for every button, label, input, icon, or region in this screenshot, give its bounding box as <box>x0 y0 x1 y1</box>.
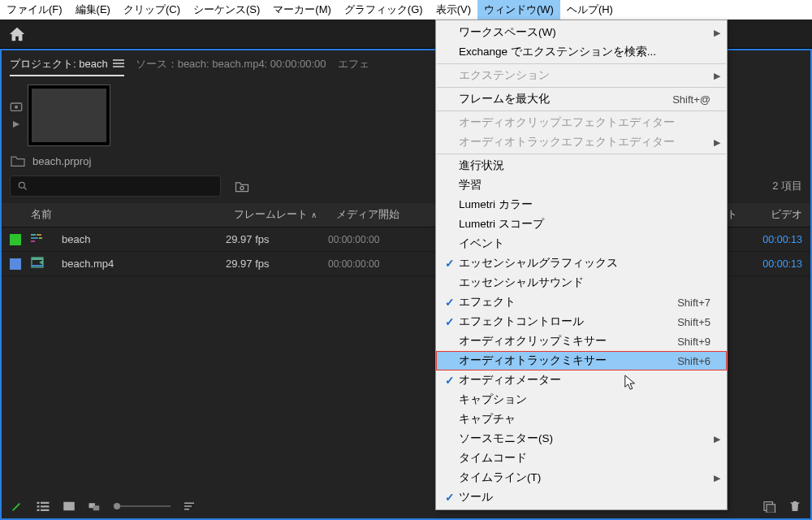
menu-clip[interactable]: クリップ(C) <box>117 0 187 20</box>
menu-item[interactable]: イベント <box>436 234 727 254</box>
menu-item-label: オーディオトラックエフェクトエディター <box>459 135 710 150</box>
item-media-start: 00:00:00:00 <box>328 258 422 270</box>
clip-icon <box>31 256 47 271</box>
menu-item[interactable]: エッセンシャルサウンド <box>436 273 727 292</box>
menu-edit[interactable]: 編集(E) <box>69 0 117 20</box>
menu-item[interactable]: Lumetri カラー <box>436 195 727 214</box>
menu-marker[interactable]: マーカー(M) <box>266 0 338 20</box>
menu-item-label: エフェクト <box>459 295 667 310</box>
pencil-icon[interactable] <box>10 500 24 513</box>
project-filename: beach.prproj <box>32 155 91 167</box>
tab-source[interactable]: ソース：beach: beach.mp4: 00:00:00:00 <box>136 57 326 76</box>
menu-item-label: Lumetri スコープ <box>459 217 710 232</box>
panel-menu-icon[interactable] <box>113 59 124 69</box>
item-name: beach.mp4 <box>62 258 226 270</box>
menu-item[interactable]: ✓エフェクトコントロールShift+5 <box>436 312 727 332</box>
menu-item[interactable]: フレームを最大化Shift+@ <box>436 89 727 109</box>
sequence-icon <box>31 232 47 247</box>
menu-item[interactable]: Lumetri スコープ <box>436 214 727 234</box>
menu-item-label: タイムコード <box>459 451 710 466</box>
svg-point-4 <box>240 186 244 189</box>
tab-effects[interactable]: エフェ <box>338 57 369 76</box>
menu-graphic[interactable]: グラフィック(G) <box>338 0 430 20</box>
menu-item: オーディオトラックエフェクトエディター▶ <box>436 132 727 152</box>
preview-thumbnail[interactable] <box>28 84 110 146</box>
menu-item[interactable]: ✓エフェクトShift+7 <box>436 292 727 312</box>
svg-rect-11 <box>32 258 43 260</box>
menu-item-label: エフェクトコントロール <box>459 314 667 329</box>
tab-project[interactable]: プロジェクト: beach <box>10 57 124 76</box>
submenu-arrow-icon: ▶ <box>714 473 720 483</box>
svg-rect-17 <box>37 509 40 511</box>
menu-item-label: オーディオメーター <box>459 373 710 388</box>
search-input[interactable] <box>10 176 221 197</box>
svg-point-2 <box>19 182 24 188</box>
svg-rect-7 <box>31 237 38 239</box>
window-dropdown: ワークスペース(W)▶Exchange でエクステンションを検索...エクステン… <box>435 20 728 510</box>
col-name[interactable]: 名前 <box>31 208 234 222</box>
play-icon[interactable] <box>10 119 23 130</box>
trash-icon[interactable] <box>788 500 802 513</box>
svg-rect-5 <box>31 234 36 236</box>
menu-separator <box>437 110 726 111</box>
poster-frame-icon[interactable] <box>10 101 23 112</box>
svg-rect-8 <box>39 237 42 239</box>
home-icon[interactable] <box>8 25 26 43</box>
freeform-view-icon[interactable] <box>88 500 102 513</box>
item-media-start: 00:00:00:00 <box>328 234 422 245</box>
sort-icon[interactable] <box>182 500 197 513</box>
new-item-icon[interactable] <box>762 500 776 513</box>
check-icon: ✓ <box>445 315 455 328</box>
list-view-icon[interactable] <box>36 500 50 513</box>
menu-item[interactable]: キャプション <box>436 390 727 410</box>
menu-item[interactable]: ✓オーディオメーター <box>436 370 727 390</box>
menu-item[interactable]: 学習 <box>436 176 727 195</box>
menu-item-label: ワークスペース(W) <box>459 25 710 40</box>
menu-item[interactable]: キャプチャ <box>436 410 727 429</box>
check-icon: ✓ <box>445 374 455 387</box>
check-icon: ✓ <box>445 257 455 270</box>
preview-controls <box>10 84 23 130</box>
menu-view[interactable]: 表示(V) <box>430 0 477 20</box>
menu-item[interactable]: オーディオトラックミキサーShift+6 <box>436 351 727 370</box>
svg-rect-21 <box>93 505 100 510</box>
menu-separator <box>437 63 726 64</box>
svg-rect-16 <box>41 505 50 507</box>
item-count: 2 項目 <box>772 179 802 193</box>
menu-item[interactable]: ✓ツール <box>436 488 727 507</box>
menu-item[interactable]: タイムコード <box>436 448 727 468</box>
color-swatch[interactable] <box>10 234 21 245</box>
zoom-slider[interactable] <box>114 505 171 507</box>
svg-rect-15 <box>37 505 40 507</box>
menu-item[interactable]: ✓エッセンシャルグラフィックス <box>436 254 727 273</box>
menu-item-label: ソースモニター(S) <box>459 431 710 446</box>
menu-item[interactable]: オーディオクリップミキサーShift+9 <box>436 332 727 351</box>
menu-item: エクステンション▶ <box>436 66 727 85</box>
menu-item-label: 学習 <box>459 178 710 193</box>
menu-item-label: キャプション <box>459 392 710 407</box>
menu-item[interactable]: Exchange でエクステンションを検索... <box>436 42 727 62</box>
menu-item-label: キャプチャ <box>459 412 710 427</box>
menu-item[interactable]: ソースモニター(S)▶ <box>436 429 727 448</box>
menu-item-label: Lumetri カラー <box>459 197 710 212</box>
menu-help[interactable]: ヘルプ(H) <box>560 0 620 20</box>
menu-item-label: ツール <box>459 490 710 505</box>
col-frag-2[interactable]: ビデオ <box>754 208 802 222</box>
submenu-arrow-icon: ▶ <box>714 434 720 444</box>
col-media-start[interactable]: メディア開始 <box>336 208 430 222</box>
color-swatch[interactable] <box>10 258 21 270</box>
icon-view-icon[interactable] <box>62 500 76 513</box>
menu-window[interactable]: ウィンドウ(W) <box>477 0 560 20</box>
menu-item[interactable]: ワークスペース(W)▶ <box>436 23 727 42</box>
menu-sequence[interactable]: シーケンス(S) <box>187 0 266 20</box>
menu-item-label: タイムライン(T) <box>459 470 710 485</box>
new-bin-icon[interactable] <box>234 179 250 193</box>
menu-item[interactable]: タイムライン(T)▶ <box>436 468 727 488</box>
col-fps[interactable]: フレームレート∧ <box>234 208 336 222</box>
menu-shortcut: Shift+@ <box>667 93 710 106</box>
item-name: beach <box>62 233 226 245</box>
menu-file[interactable]: ファイル(F) <box>0 0 69 20</box>
menu-item-label: エッセンシャルグラフィックス <box>459 256 710 271</box>
item-video-out: 00:00:13 <box>754 234 802 245</box>
menu-item[interactable]: 進行状況 <box>436 156 727 176</box>
